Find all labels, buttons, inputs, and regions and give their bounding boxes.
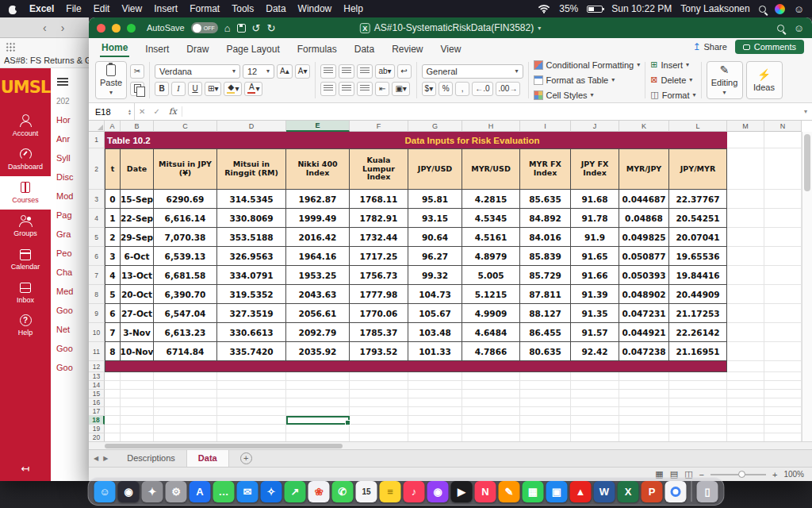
grid-cell[interactable]: [462, 433, 520, 441]
grid-cell[interactable]: [764, 323, 802, 342]
undo-icon[interactable]: ↺: [252, 23, 261, 33]
zoom-level[interactable]: 100%: [783, 470, 804, 479]
enter-icon[interactable]: ✓: [149, 107, 163, 116]
row-header-1[interactable]: 1: [89, 132, 105, 148]
row-header-11[interactable]: 11: [89, 342, 105, 361]
table-data-cell[interactable]: 22.37767: [669, 190, 727, 209]
align-center-button[interactable]: [339, 82, 354, 96]
table-data-cell[interactable]: 1717.25: [350, 247, 408, 266]
table-data-cell[interactable]: 15-Sep: [121, 190, 154, 209]
table-data-cell[interactable]: 20.54251: [669, 209, 727, 228]
grid-cell[interactable]: [727, 132, 764, 148]
course-nav-link[interactable]: Goo: [51, 301, 89, 320]
grid-cell[interactable]: [105, 425, 121, 433]
grid-cell[interactable]: [571, 407, 619, 416]
grid-cell[interactable]: [154, 416, 217, 425]
column-header-k[interactable]: K: [619, 121, 669, 132]
grid-cell[interactable]: [462, 398, 520, 407]
row-header-17[interactable]: 17: [89, 407, 105, 416]
table-data-cell[interactable]: 326.9563: [217, 247, 286, 266]
grid-cell[interactable]: [727, 390, 764, 398]
table-data-cell[interactable]: 1999.49: [286, 209, 350, 228]
column-header-h[interactable]: H: [462, 121, 520, 132]
grid-cell[interactable]: [350, 425, 408, 433]
grid-cell[interactable]: [669, 407, 727, 416]
column-header-d[interactable]: D: [217, 121, 286, 132]
table-data-cell[interactable]: 91.65: [571, 247, 619, 266]
grid-cell[interactable]: [121, 416, 154, 425]
row-header-4[interactable]: 4: [89, 209, 105, 228]
grid-cell[interactable]: [105, 433, 121, 441]
grid-cell[interactable]: [727, 381, 764, 390]
table-data-cell[interactable]: 1770.06: [350, 304, 408, 323]
column-header-f[interactable]: F: [350, 121, 408, 132]
table-header-cell[interactable]: JPY FX Index: [571, 148, 619, 190]
grid-cell[interactable]: [105, 407, 121, 416]
table-data-cell[interactable]: 93.15: [408, 209, 462, 228]
grid-cell[interactable]: [764, 132, 802, 148]
delete-cells-button[interactable]: ⊠ Delete▾: [650, 74, 695, 86]
grid-cell[interactable]: [764, 285, 802, 304]
dock-launchpad[interactable]: ✦: [142, 481, 163, 502]
table-data-cell[interactable]: 80.635: [520, 342, 571, 361]
grid-cell[interactable]: [764, 342, 802, 361]
grid-cell[interactable]: [105, 398, 121, 407]
grid-cell[interactable]: [571, 381, 619, 390]
close-window-button[interactable]: [97, 24, 105, 33]
table-data-cell[interactable]: 103.48: [408, 323, 462, 342]
table-data-cell[interactable]: 1953.25: [286, 266, 350, 285]
table-data-cell[interactable]: 1964.16: [286, 247, 350, 266]
table-data-cell[interactable]: 314.5345: [217, 190, 286, 209]
align-middle-button[interactable]: [339, 64, 354, 79]
sidebar-item-courses[interactable]: Courses: [0, 176, 51, 210]
menu-item-excel[interactable]: Excel: [29, 3, 54, 14]
table-data-cell[interactable]: 0.044921: [619, 323, 669, 342]
decrease-decimal-button[interactable]: ←.0: [472, 82, 492, 96]
table-data-cell[interactable]: 2035.92: [286, 342, 350, 361]
table-data-cell[interactable]: 330.6613: [217, 323, 286, 342]
grid-cell[interactable]: [669, 390, 727, 398]
grow-font-button[interactable]: A▴: [277, 64, 293, 79]
table-header-cell[interactable]: Mitsui in JPY (¥): [154, 148, 217, 190]
table-data-cell[interactable]: 0.047238: [619, 342, 669, 361]
grid-cell[interactable]: [727, 342, 764, 361]
table-data-cell[interactable]: 91.68: [571, 190, 619, 209]
grid-cell[interactable]: [669, 372, 727, 381]
menu-item-tools[interactable]: Tools: [232, 3, 254, 14]
table-data-cell[interactable]: 5.005: [462, 266, 520, 285]
grid-cell[interactable]: [350, 416, 408, 425]
tab-data[interactable]: Data: [353, 41, 376, 57]
sidebar-item-groups[interactable]: Groups: [0, 210, 51, 243]
grid-cell[interactable]: [764, 390, 802, 398]
decrease-indent-button[interactable]: ⇤: [375, 82, 389, 96]
grid-cell[interactable]: [154, 398, 217, 407]
table-data-cell[interactable]: 8: [105, 342, 121, 361]
table-data-cell[interactable]: 6,616.14: [154, 209, 217, 228]
zoom-in-icon[interactable]: +: [772, 470, 777, 479]
grid-cell[interactable]: [408, 407, 462, 416]
table-header-cell[interactable]: JPY/USD: [408, 148, 462, 190]
dock-podcasts[interactable]: ◉: [427, 481, 449, 502]
dock-word[interactable]: W: [594, 481, 615, 502]
comma-button[interactable]: ,: [455, 82, 469, 96]
grid-cell[interactable]: [121, 433, 154, 441]
grid-cell[interactable]: [764, 425, 802, 433]
table-data-cell[interactable]: 2043.63: [286, 285, 350, 304]
grid-cell[interactable]: [727, 247, 764, 266]
grid-cell[interactable]: [121, 425, 154, 433]
table-data-cell[interactable]: 21.16951: [669, 342, 727, 361]
grid-cell[interactable]: [408, 433, 462, 441]
table-data-cell[interactable]: 353.5188: [217, 228, 286, 247]
table-data-cell[interactable]: 0: [105, 190, 121, 209]
table-data-cell[interactable]: 85.839: [520, 247, 571, 266]
table-data-cell[interactable]: 7,070.38: [154, 228, 217, 247]
selected-cell-E18[interactable]: [286, 416, 350, 425]
row-header-2[interactable]: 2: [89, 148, 105, 190]
grid-cell[interactable]: [105, 416, 121, 425]
grid-cell[interactable]: [520, 390, 571, 398]
ideas-button[interactable]: ⚡ Ideas: [746, 61, 783, 99]
table-data-cell[interactable]: 2016.42: [286, 228, 350, 247]
table-data-cell[interactable]: 91.9: [571, 228, 619, 247]
grid-cell[interactable]: [727, 304, 764, 323]
expand-formula-bar-icon[interactable]: ▾: [799, 108, 812, 115]
